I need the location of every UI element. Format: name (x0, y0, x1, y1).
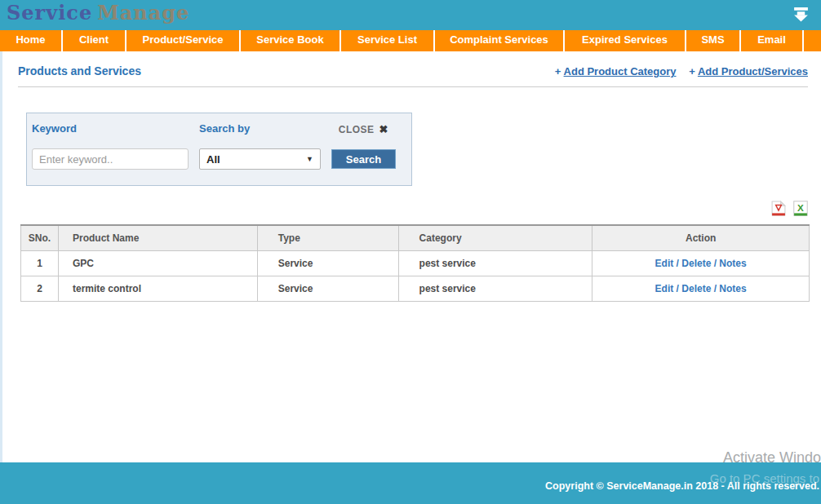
search-by-label: Search by (199, 122, 250, 135)
add-links: + Add Product Category + Add Product/Ser… (545, 65, 808, 77)
cell-type: Service (257, 250, 398, 276)
page-title: Products and Services (18, 64, 141, 77)
notes-link[interactable]: Notes (719, 258, 746, 269)
col-header-action: Action (592, 225, 810, 250)
col-header-category: Category (398, 225, 592, 250)
add-product-services-link[interactable]: + Add Product/Services (689, 65, 808, 77)
nav-item-client[interactable]: Client (63, 30, 126, 51)
excel-export-icon[interactable]: X (793, 201, 808, 216)
activate-windows-watermark-line1: Activate Windo (723, 449, 821, 466)
cell-sno: 2 (21, 276, 59, 301)
search-by-selected-value: All (206, 153, 220, 166)
heading-divider (18, 86, 808, 87)
col-header-sno: SNo. (21, 225, 59, 250)
pdf-export-icon[interactable] (771, 201, 786, 216)
table-row: 1 GPC Service pest service Edit / Delete… (21, 250, 810, 276)
brand-part-2: Manage (97, 1, 189, 24)
chevron-down-icon: ▼ (306, 155, 313, 163)
notes-link[interactable]: Notes (719, 283, 746, 294)
keyword-input[interactable] (32, 148, 189, 170)
cell-sno: 1 (21, 250, 59, 276)
search-panel: Keyword Search by CLOSE✖ All ▼ Search (26, 113, 412, 186)
cell-category: pest service (398, 276, 592, 301)
activate-windows-watermark-line2: Go to PC settings to (710, 471, 819, 485)
brand-part-1: Service (7, 1, 92, 24)
cell-product-name: termite control (58, 276, 257, 301)
cell-actions: Edit / Delete / Notes (592, 276, 810, 301)
col-header-type: Type (257, 225, 398, 250)
footer-bar: Copyright © ServiceManage.in 2018 - All … (0, 462, 821, 504)
cell-type: Service (257, 276, 398, 301)
nav-item-service-book[interactable]: Service Book (241, 30, 341, 51)
top-header-bar: ServiceManage (0, 0, 821, 30)
nav-item-home[interactable]: Home (0, 30, 63, 51)
svg-text:X: X (797, 202, 804, 213)
search-by-select[interactable]: All ▼ (199, 148, 321, 170)
keyword-label: Keyword (32, 122, 77, 135)
close-icon: ✖ (379, 123, 388, 135)
edit-link[interactable]: Edit (655, 283, 674, 294)
nav-item-sms[interactable]: SMS (686, 30, 741, 51)
nav-item-service-list[interactable]: Service List (341, 30, 435, 51)
table-row: 2 termite control Service pest service E… (21, 276, 810, 301)
left-edge-strip (0, 51, 2, 462)
nav-item-email[interactable]: Email (741, 30, 804, 51)
products-table: SNo. Product Name Type Category Action 1… (20, 224, 810, 302)
brand-logo[interactable]: ServiceManage (7, 1, 189, 24)
export-toolbar: X (771, 201, 808, 216)
delete-link[interactable]: Delete (681, 283, 711, 294)
nav-item-complaint-services[interactable]: Complaint Services (435, 30, 565, 51)
close-panel-button[interactable]: CLOSE✖ (339, 123, 388, 135)
cell-actions: Edit / Delete / Notes (592, 250, 810, 276)
delete-link[interactable]: Delete (681, 258, 711, 269)
nav-item-product-service[interactable]: Product/Service (126, 30, 241, 51)
page-head: Products and Services + Add Product Cate… (18, 64, 808, 77)
col-header-product-name: Product Name (58, 225, 257, 250)
cell-category: pest service (398, 250, 592, 276)
main-nav: Home Client Product/Service Service Book… (0, 30, 821, 51)
search-button[interactable]: Search (331, 149, 396, 169)
cell-product-name: GPC (58, 250, 257, 276)
edit-link[interactable]: Edit (655, 258, 674, 269)
add-product-category-link[interactable]: + Add Product Category (555, 65, 677, 77)
nav-item-expired-services[interactable]: Expired Services (565, 30, 686, 51)
table-header-row: SNo. Product Name Type Category Action (21, 225, 810, 250)
header-collapse-arrow-icon[interactable] (792, 7, 810, 22)
